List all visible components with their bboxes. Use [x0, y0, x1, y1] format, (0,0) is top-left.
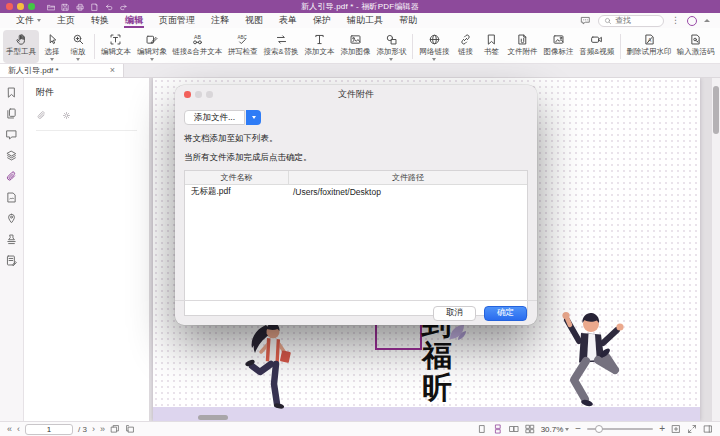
maximize-window-button[interactable]: [28, 3, 35, 10]
undo-button[interactable]: [105, 2, 114, 12]
rail-fields-button[interactable]: [5, 254, 18, 267]
pdf-character: 福: [415, 340, 459, 372]
search-box[interactable]: [598, 15, 664, 27]
zoom-slider[interactable]: [587, 428, 653, 430]
fullscreen-button[interactable]: [687, 424, 697, 434]
facing-view-button[interactable]: [509, 424, 519, 434]
toolbar-item-label: 输入激活码: [677, 47, 715, 57]
toolbar-activation-code[interactable]: 输入激活码: [674, 30, 717, 63]
file-menu[interactable]: 文件: [8, 13, 49, 28]
cancel-button[interactable]: 取消: [433, 306, 476, 321]
horizontal-scrollbar-thumb[interactable]: [198, 415, 228, 420]
toolbar-edit-object[interactable]: 编辑对象: [134, 30, 170, 63]
signature-panel-icon: [5, 191, 18, 204]
zoom-level-control[interactable]: 30.7%: [541, 425, 570, 434]
next-view-icon: [125, 424, 135, 434]
toolbar-hand[interactable]: 手型工具: [3, 30, 39, 63]
attachment-file-name: 无标题.pdf: [185, 186, 289, 198]
add-file-dropdown[interactable]: [246, 110, 261, 125]
toolbar-bookmark[interactable]: 书签: [478, 30, 504, 63]
single-page-view-button[interactable]: [477, 424, 487, 434]
collapse-toolbar-icon[interactable]: [704, 19, 710, 22]
last-page-button[interactable]: »: [100, 424, 105, 434]
vertical-scrollbar-thumb[interactable]: [713, 86, 719, 134]
toolbar-item-label: 链接: [458, 47, 473, 57]
ok-button[interactable]: 确定: [484, 306, 527, 321]
continuous-view-button[interactable]: [493, 424, 503, 434]
toolbar-file-attachment[interactable]: 文件附件: [504, 30, 540, 63]
menu-item[interactable]: 转换: [83, 13, 117, 28]
menu-item[interactable]: 注释: [203, 13, 237, 28]
toolbar-separator: [620, 34, 621, 59]
save-button[interactable]: [61, 2, 70, 12]
menu-item[interactable]: 辅助工具: [339, 13, 391, 28]
toolbar-search-replace[interactable]: 搜索&替换: [261, 30, 302, 63]
rail-comments-button[interactable]: [5, 128, 18, 141]
next-page-button[interactable]: ›: [92, 424, 95, 434]
previous-view-button[interactable]: [110, 424, 120, 434]
toolbar-remove-watermark[interactable]: A删除试用水印: [624, 30, 674, 63]
document-tab[interactable]: 新人引导.pdf * ×: [0, 64, 124, 77]
rail-destinations-button[interactable]: [5, 212, 18, 225]
rail-signature-button[interactable]: [5, 191, 18, 204]
menu-item[interactable]: 页面管理: [151, 13, 203, 28]
dialog-close-button[interactable]: [184, 91, 191, 98]
toolbar-spellcheck[interactable]: ABC拼写检查: [225, 30, 261, 63]
page-number-input[interactable]: [25, 424, 73, 435]
menu-item[interactable]: 表单: [271, 13, 305, 28]
edit-object-icon: [145, 33, 158, 46]
add-file-split-button[interactable]: 添加文件...: [184, 110, 261, 125]
previous-page-button[interactable]: ‹: [17, 424, 20, 434]
fullscreen-icon: [687, 424, 697, 434]
menu-item[interactable]: 视图: [237, 13, 271, 28]
close-window-button[interactable]: [6, 3, 13, 10]
toolbar-edit-text[interactable]: 编辑文本: [98, 30, 134, 63]
minimize-window-button[interactable]: [17, 3, 24, 10]
toolbar-zoom-in[interactable]: 缩放: [65, 30, 91, 63]
rail-pages-button[interactable]: [5, 107, 18, 120]
quad-view-button[interactable]: [525, 424, 535, 434]
attachment-row[interactable]: 无标题.pdf/Users/foxitnet/Desktop: [185, 185, 527, 199]
menu-item[interactable]: 主页: [49, 13, 83, 28]
rail-bookmark-button[interactable]: [5, 86, 18, 99]
toolbar-item-label: 音频&视频: [579, 47, 614, 57]
next-view-button[interactable]: [125, 424, 135, 434]
account-avatar[interactable]: [687, 16, 697, 26]
toolbar-link[interactable]: 链接: [452, 30, 478, 63]
more-options-icon[interactable]: ⋮: [671, 15, 680, 26]
document-button[interactable]: [90, 2, 99, 12]
fit-page-button[interactable]: [671, 424, 681, 434]
toolbar-audio-video[interactable]: 音频&视频: [576, 30, 617, 63]
toolbar-link-text[interactable]: AB链接&合并文本: [170, 30, 225, 63]
toolbar-add-text[interactable]: 添加文本: [301, 30, 337, 63]
attachment-file-path: /Users/foxitnet/Desktop: [289, 187, 527, 197]
first-page-button[interactable]: «: [7, 424, 12, 434]
attachment-open-button[interactable]: [36, 110, 47, 121]
menu-item[interactable]: 帮助: [391, 13, 425, 28]
assistant-button[interactable]: [580, 15, 591, 26]
close-tab-icon[interactable]: ×: [110, 66, 115, 75]
vertical-scrollbar[interactable]: [711, 78, 720, 421]
print-button[interactable]: [76, 2, 85, 12]
toolbar-add-shape[interactable]: 添加形状: [373, 30, 409, 63]
fit-page-icon: [671, 424, 681, 434]
toolbar-image-annotation[interactable]: 图像标注: [540, 30, 576, 63]
search-input[interactable]: [615, 16, 658, 25]
zoom-slider-knob[interactable]: [595, 425, 603, 433]
toolbar-web-link[interactable]: 网络链接: [416, 30, 452, 63]
rail-attachments-button[interactable]: [5, 170, 18, 183]
menu-item[interactable]: 保护: [305, 13, 339, 28]
toolbar-add-image[interactable]: 添加图像: [337, 30, 373, 63]
open-folder-button[interactable]: [47, 2, 56, 12]
read-mode-button[interactable]: [703, 424, 713, 434]
rail-layers-button[interactable]: [5, 149, 18, 162]
zoom-in-button[interactable]: +: [659, 424, 665, 434]
attachment-settings-button[interactable]: [61, 110, 72, 121]
redo-button[interactable]: [119, 2, 128, 12]
menu-item[interactable]: 编辑: [117, 13, 151, 28]
rail-stamp-button[interactable]: [5, 233, 18, 246]
add-file-button[interactable]: 添加文件...: [184, 110, 245, 125]
assistant-icon: [580, 15, 591, 26]
toolbar-cursor[interactable]: 选择: [39, 30, 65, 63]
zoom-out-button[interactable]: −: [575, 424, 581, 434]
